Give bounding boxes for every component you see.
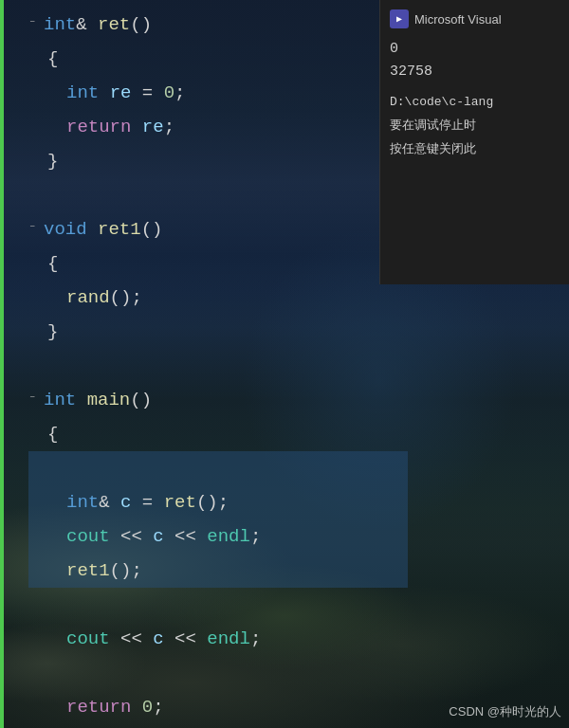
func-name-main: main (87, 383, 131, 417)
func-rand: rand (66, 281, 110, 315)
var-re: re (110, 76, 132, 110)
code-line: { (28, 42, 408, 76)
code-line: } (28, 144, 408, 178)
code-line-selected: int& c = ret(); (28, 485, 408, 519)
var-c3: c (153, 622, 163, 656)
num-0: 0 (164, 76, 174, 110)
keyword-return: return (66, 110, 131, 144)
output-line-1: 0 (390, 38, 560, 61)
code-line-blank (28, 178, 408, 212)
func-name-ret: ret (98, 8, 130, 42)
collapse-icon2[interactable]: ⁻ (28, 212, 42, 246)
terminal-title: Microsoft Visual (414, 12, 502, 27)
code-line: ⁻ void ret1() (28, 212, 408, 246)
watermark-text: CSDN @种时光的人 (449, 704, 561, 719)
code-line-selected (28, 451, 408, 485)
endl1: endl (207, 519, 250, 554)
code-editor: ⁻ int& ret() { int re = 0; return re; } … (0, 0, 408, 728)
keyword-int3: int (66, 485, 99, 519)
terminal-header: ▶ Microsoft Visual (390, 9, 560, 28)
code-line-blank (28, 588, 408, 622)
collapse-icon[interactable]: ⁻ (28, 8, 42, 42)
code-content: ⁻ int& ret() { int re = 0; return re; } … (28, 0, 408, 728)
cout1: cout (66, 519, 110, 554)
keyword-int-main: int (44, 383, 76, 417)
keyword-int2: int (66, 76, 99, 110)
num-0-main: 0 (142, 690, 153, 724)
output-line-2: 32758 (390, 61, 560, 83)
brace-close: } (47, 144, 58, 178)
terminal-path: D:\code\c-lang (390, 93, 560, 113)
code-line: rand(); (28, 281, 408, 315)
var-c2: c (153, 519, 163, 554)
keyword-return2: return (66, 690, 131, 724)
code-line: ⁻ int& ret() (28, 8, 408, 42)
terminal-hint1: 要在调试停止时 (390, 117, 560, 136)
code-line: } (28, 724, 408, 728)
terminal-panel: ▶ Microsoft Visual 0 32758 D:\code\c-lan… (379, 0, 569, 284)
code-line: return re; (28, 110, 408, 144)
code-line-selected: ret1(); (28, 554, 408, 588)
keyword-void: void (44, 212, 87, 246)
code-line: int re = 0; (28, 76, 408, 110)
terminal-icon: ▶ (390, 9, 409, 28)
code-line: { (28, 246, 408, 281)
func-name-ret1: ret1 (98, 212, 141, 246)
code-line: ⁻ int main() (28, 383, 408, 417)
terminal-icon-symbol: ▶ (396, 13, 402, 25)
watermark: CSDN @种时光的人 (449, 703, 561, 720)
cout2: cout (66, 622, 110, 656)
green-indicator-bar (0, 0, 4, 728)
collapse-icon3[interactable]: ⁻ (28, 383, 42, 417)
code-line-selected: cout << c << endl; (28, 519, 408, 554)
code-line: cout << c << endl; (28, 622, 408, 656)
endl2: endl (207, 622, 250, 656)
code-line: return 0; (28, 690, 408, 724)
code-line: } (28, 315, 408, 349)
func-call-ret1: ret1 (66, 554, 110, 588)
code-line-blank (28, 349, 408, 383)
var-re2: re (142, 110, 164, 144)
func-call-ret: ret (164, 485, 196, 519)
code-line: { (28, 417, 408, 451)
terminal-body: 0 32758 D:\code\c-lang 要在调试停止时 按任意键关闭此 (390, 38, 560, 159)
keyword-int: int (44, 8, 76, 42)
terminal-hint2: 按任意键关闭此 (390, 140, 560, 160)
brace-open: { (47, 42, 58, 76)
var-c: c (120, 485, 131, 519)
code-line-blank (28, 656, 408, 690)
